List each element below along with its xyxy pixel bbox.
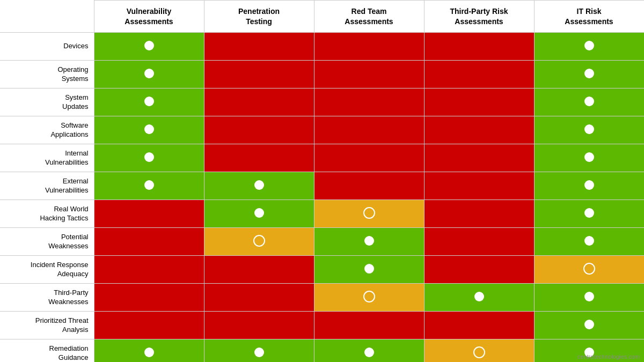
cell-r0-c0 bbox=[94, 33, 204, 61]
cell-r6-c4 bbox=[534, 200, 644, 228]
cell-r3-c4 bbox=[534, 116, 644, 144]
cell-r8-c3 bbox=[424, 256, 534, 284]
dot-filled bbox=[584, 322, 594, 331]
cell-r4-c3 bbox=[424, 144, 534, 172]
dot-filled bbox=[474, 294, 484, 303]
cell-r1-c3 bbox=[424, 61, 534, 88]
row-label-cell: Operating Systems bbox=[0, 61, 94, 88]
cell-r10-c3 bbox=[424, 312, 534, 339]
cell-r9-c3 bbox=[424, 284, 534, 312]
table-row: Software Applications bbox=[0, 116, 644, 144]
cell-r7-c0 bbox=[94, 228, 204, 256]
cell-r3-c1 bbox=[204, 116, 314, 144]
table-row: Prioritized Threat Analysis bbox=[0, 312, 644, 339]
dot-outline bbox=[253, 239, 265, 248]
cell-r3-c3 bbox=[424, 116, 534, 144]
cell-r9-c1 bbox=[204, 284, 314, 312]
table-row: Operating Systems bbox=[0, 61, 644, 88]
dot-outline bbox=[583, 267, 595, 276]
row-label-cell: Software Applications bbox=[0, 116, 94, 144]
cell-r0-c3 bbox=[424, 33, 534, 61]
cell-r11-c0 bbox=[94, 339, 204, 363]
cell-r1-c0 bbox=[94, 61, 204, 88]
row-label-cell: Potential Weaknesses bbox=[0, 228, 94, 256]
cell-r3-c2 bbox=[314, 116, 424, 144]
dot-filled bbox=[144, 350, 154, 359]
cell-r7-c3 bbox=[424, 228, 534, 256]
cell-r1-c1 bbox=[204, 61, 314, 88]
cell-r6-c3 bbox=[424, 200, 534, 228]
cell-r0-c2 bbox=[314, 33, 424, 61]
dot-outline bbox=[473, 351, 485, 360]
dot-filled bbox=[584, 71, 594, 80]
dot-filled bbox=[254, 182, 264, 191]
row-label-cell: Prioritized Threat Analysis bbox=[0, 312, 94, 339]
dot-filled bbox=[584, 127, 594, 136]
cell-r9-c4 bbox=[534, 284, 644, 312]
cell-r7-c4 bbox=[534, 228, 644, 256]
col1-header: Vulnerability Assessments bbox=[94, 1, 204, 33]
row-label-cell: System Updates bbox=[0, 88, 94, 116]
cell-r5-c2 bbox=[314, 172, 424, 200]
col2-header: Penetration Testing bbox=[204, 1, 314, 33]
dot-filled bbox=[364, 350, 374, 359]
dot-filled bbox=[144, 182, 154, 191]
dot-filled bbox=[144, 43, 154, 52]
cell-r11-c2 bbox=[314, 339, 424, 363]
cell-r5-c1 bbox=[204, 172, 314, 200]
cell-r6-c1 bbox=[204, 200, 314, 228]
cell-r0-c1 bbox=[204, 33, 314, 61]
cell-r2-c4 bbox=[534, 88, 644, 116]
cell-r4-c1 bbox=[204, 144, 314, 172]
table-row: Remediation Guidance bbox=[0, 339, 644, 363]
table-row: Third-Party Weaknesses bbox=[0, 284, 644, 312]
cell-r10-c0 bbox=[94, 312, 204, 339]
col3-header: Red Team Assessments bbox=[314, 1, 424, 33]
dot-filled bbox=[364, 266, 374, 275]
cell-r4-c2 bbox=[314, 144, 424, 172]
cell-r7-c2 bbox=[314, 228, 424, 256]
table-row: Potential Weaknesses bbox=[0, 228, 644, 256]
cell-r8-c0 bbox=[94, 256, 204, 284]
row-label-cell: Internal Vulnerabilities bbox=[0, 144, 94, 172]
cell-r4-c4 bbox=[534, 144, 644, 172]
cell-r8-c1 bbox=[204, 256, 314, 284]
table-row: Internal Vulnerabilities bbox=[0, 144, 644, 172]
watermark: centretechnologies.com bbox=[577, 353, 640, 360]
cell-r2-c3 bbox=[424, 88, 534, 116]
dot-filled bbox=[144, 154, 154, 164]
table-row: Incident Response Adequacy bbox=[0, 256, 644, 284]
cell-r1-c2 bbox=[314, 61, 424, 88]
cell-r2-c0 bbox=[94, 88, 204, 116]
cell-r8-c2 bbox=[314, 256, 424, 284]
row-label-cell: Devices bbox=[0, 33, 94, 61]
dot-outline bbox=[363, 211, 375, 220]
row-label-cell: External Vulnerabilities bbox=[0, 172, 94, 200]
dot-filled bbox=[364, 238, 374, 247]
table-row: System Updates bbox=[0, 88, 644, 116]
cell-r6-c2 bbox=[314, 200, 424, 228]
cell-r10-c4 bbox=[534, 312, 644, 339]
cell-r10-c2 bbox=[314, 312, 424, 339]
cell-r11-c1 bbox=[204, 339, 314, 363]
row-label-cell: Real World Hacking Tactics bbox=[0, 200, 94, 228]
cell-r5-c0 bbox=[94, 172, 204, 200]
dot-filled bbox=[254, 210, 264, 219]
dot-filled bbox=[584, 154, 594, 164]
dot-filled bbox=[584, 43, 594, 52]
dot-filled bbox=[144, 99, 154, 108]
page-wrapper: Vulnerability Assessments Penetration Te… bbox=[0, 0, 644, 362]
dot-filled bbox=[584, 210, 594, 219]
col4-header: Third-Party Risk Assessments bbox=[424, 1, 534, 33]
cell-r9-c0 bbox=[94, 284, 204, 312]
cell-r0-c4 bbox=[534, 33, 644, 61]
cell-r1-c4 bbox=[534, 61, 644, 88]
table-row: Real World Hacking Tactics bbox=[0, 200, 644, 228]
comparison-table: Vulnerability Assessments Penetration Te… bbox=[0, 0, 644, 362]
dot-filled bbox=[584, 294, 594, 303]
row-label-cell: Incident Response Adequacy bbox=[0, 256, 94, 284]
cell-r5-c3 bbox=[424, 172, 534, 200]
dot-filled bbox=[144, 71, 154, 80]
cell-r5-c4 bbox=[534, 172, 644, 200]
dot-filled bbox=[584, 182, 594, 191]
